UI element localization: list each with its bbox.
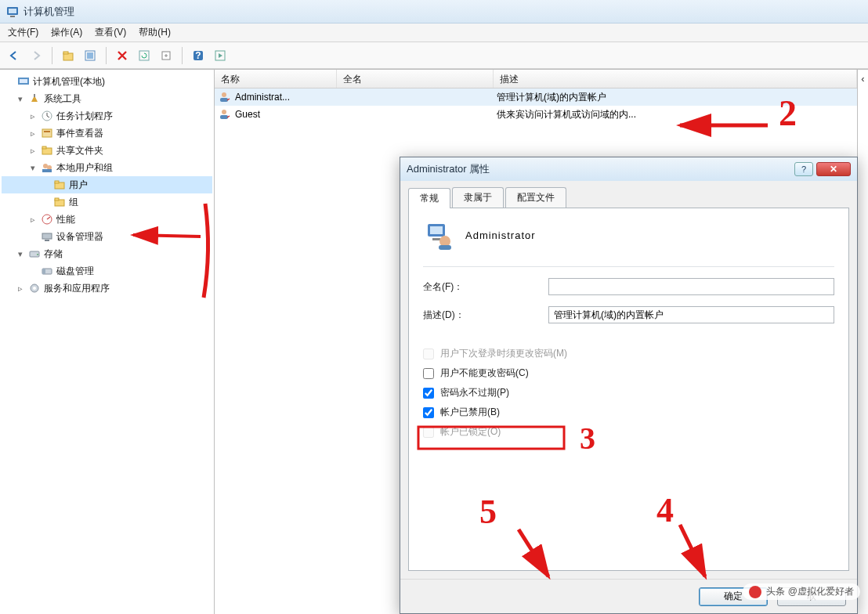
help-button[interactable]: ? bbox=[189, 46, 208, 65]
delete-button[interactable] bbox=[113, 46, 132, 65]
list-row-administrator[interactable]: Administrat... 管理计算机(域)的内置帐户 bbox=[215, 88, 857, 106]
svg-rect-1 bbox=[9, 9, 16, 13]
svg-rect-29 bbox=[45, 240, 49, 241]
svg-rect-26 bbox=[55, 198, 59, 200]
app-icon bbox=[6, 5, 19, 18]
tree-groups[interactable]: 组 bbox=[2, 193, 212, 211]
svg-text:?: ? bbox=[195, 50, 201, 61]
svg-point-43 bbox=[439, 236, 450, 247]
svg-point-36 bbox=[222, 92, 226, 97]
svg-rect-42 bbox=[432, 238, 440, 240]
menu-file[interactable]: 文件(F) bbox=[8, 26, 38, 39]
up-button[interactable] bbox=[59, 46, 78, 65]
properties-button[interactable] bbox=[81, 46, 99, 65]
chk-account-disabled[interactable]: 帐户已禁用(B) bbox=[423, 406, 834, 419]
toolbar: ? bbox=[0, 42, 868, 69]
tree-users[interactable]: 用户 bbox=[2, 176, 212, 193]
fullname-input[interactable] bbox=[548, 278, 834, 295]
window-title: 计算机管理 bbox=[24, 5, 74, 19]
svg-rect-6 bbox=[87, 52, 93, 59]
svg-rect-19 bbox=[42, 146, 46, 149]
tab-profile[interactable]: 配置文件 bbox=[505, 187, 566, 208]
svg-rect-2 bbox=[10, 16, 15, 17]
description-input[interactable] bbox=[548, 306, 834, 323]
dialog-close-button[interactable]: ✕ bbox=[816, 162, 851, 176]
tab-general[interactable]: 常规 bbox=[408, 188, 450, 208]
tree-storage[interactable]: ▾存储 bbox=[2, 245, 212, 262]
tree-shared-folders[interactable]: ▹共享文件夹 bbox=[2, 142, 212, 159]
tree-services-apps[interactable]: ▹服务和应用程序 bbox=[2, 280, 212, 297]
svg-point-31 bbox=[37, 254, 38, 255]
chk-account-locked: 帐户已锁定(O) bbox=[423, 425, 834, 439]
user-icon bbox=[218, 108, 232, 121]
fullname-label: 全名(F)： bbox=[423, 280, 548, 294]
svg-rect-37 bbox=[220, 98, 228, 102]
tree-device-manager[interactable]: 设备管理器 bbox=[2, 228, 212, 245]
user-large-icon bbox=[423, 219, 454, 251]
user-icon bbox=[218, 91, 232, 103]
svg-rect-4 bbox=[63, 52, 68, 54]
svg-rect-16 bbox=[42, 129, 52, 137]
svg-rect-41 bbox=[430, 226, 443, 234]
svg-rect-24 bbox=[55, 181, 59, 183]
description-label: 描述(D)： bbox=[423, 309, 548, 322]
col-full[interactable]: 全名 bbox=[337, 70, 494, 88]
menu-view[interactable]: 查看(V) bbox=[95, 26, 126, 39]
svg-rect-44 bbox=[439, 245, 451, 250]
tree-disk-management[interactable]: 磁盘管理 bbox=[2, 262, 212, 280]
menubar: 文件(F) 操作(A) 查看(V) 帮助(H) bbox=[0, 23, 868, 42]
tree-root[interactable]: 计算机管理(本地) bbox=[2, 73, 212, 90]
svg-rect-17 bbox=[44, 131, 50, 132]
tab-panel-general: Administrator 全名(F)： 描述(D)： 用户下次登录时须更改密码… bbox=[408, 208, 849, 571]
list-header: 名称 全名 描述 bbox=[215, 70, 857, 88]
menu-help[interactable]: 帮助(H) bbox=[139, 26, 171, 39]
dialog-title: Administrator 属性 bbox=[407, 162, 490, 176]
dialog-help-button[interactable]: ? bbox=[794, 162, 813, 176]
col-name[interactable]: 名称 bbox=[215, 70, 337, 88]
chk-never-expires[interactable]: 密码永不过期(P) bbox=[423, 386, 834, 399]
properties-dialog: Administrator 属性 ? ✕ 常规 隶属于 配置文件 Adminis… bbox=[400, 157, 858, 614]
list-row-guest[interactable]: Guest 供来宾访问计算机或访问域的内... bbox=[215, 106, 857, 123]
svg-rect-7 bbox=[139, 51, 149, 60]
svg-rect-14 bbox=[34, 94, 35, 97]
tree-task-scheduler[interactable]: ▹任务计划程序 bbox=[2, 107, 212, 125]
refresh-button[interactable] bbox=[135, 46, 154, 65]
svg-point-35 bbox=[33, 287, 36, 290]
svg-rect-22 bbox=[42, 169, 52, 172]
tree-event-viewer[interactable]: ▹事件查看器 bbox=[2, 125, 212, 142]
nav-back-button[interactable] bbox=[5, 46, 24, 65]
svg-rect-13 bbox=[20, 79, 27, 83]
account-name: Administrator bbox=[465, 229, 536, 241]
dialog-tabs: 常规 隶属于 配置文件 bbox=[408, 187, 849, 208]
nav-fwd-button[interactable] bbox=[27, 46, 45, 65]
chk-must-change: 用户下次登录时须更改密码(M) bbox=[423, 347, 834, 360]
svg-point-38 bbox=[222, 110, 226, 114]
tree-performance[interactable]: ▹性能 bbox=[2, 211, 212, 228]
actions-pane-collapsed[interactable]: ‹ bbox=[857, 70, 868, 614]
svg-rect-33 bbox=[42, 269, 45, 274]
watermark: 头条 @虚拟化爱好者 bbox=[743, 583, 860, 600]
action-button[interactable] bbox=[211, 46, 230, 65]
svg-rect-28 bbox=[42, 233, 52, 239]
export-button[interactable] bbox=[157, 46, 175, 65]
menu-action[interactable]: 操作(A) bbox=[51, 26, 82, 39]
svg-rect-39 bbox=[220, 115, 228, 119]
dialog-titlebar[interactable]: Administrator 属性 ? ✕ bbox=[400, 157, 857, 181]
nav-tree[interactable]: 计算机管理(本地) ▾系统工具 ▹任务计划程序 ▹事件查看器 ▹共享文件夹 ▾本… bbox=[0, 70, 215, 614]
tree-system-tools[interactable]: ▾系统工具 bbox=[2, 90, 212, 107]
tree-local-users-groups[interactable]: ▾本地用户和组 bbox=[2, 159, 212, 176]
tab-memberof[interactable]: 隶属于 bbox=[452, 187, 504, 208]
chk-cannot-change[interactable]: 用户不能更改密码(C) bbox=[423, 367, 834, 380]
col-desc[interactable]: 描述 bbox=[494, 70, 857, 88]
window-titlebar: 计算机管理 bbox=[0, 0, 868, 23]
